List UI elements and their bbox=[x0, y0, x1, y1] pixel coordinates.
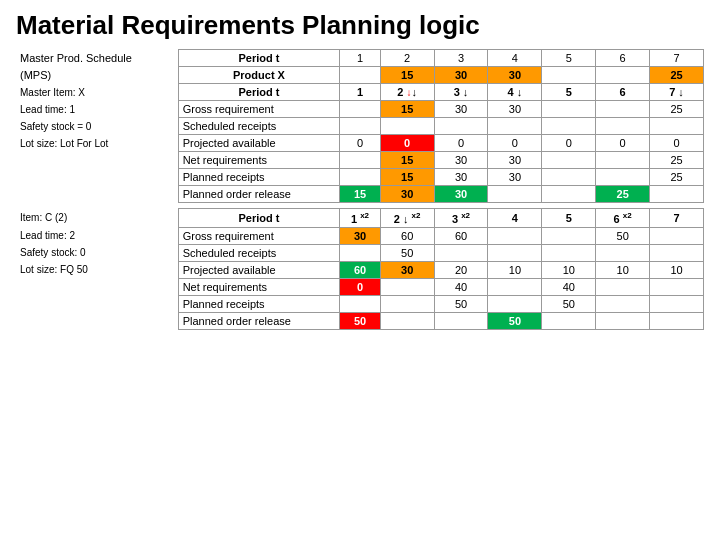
sr2 bbox=[380, 118, 434, 135]
pa2: 0 bbox=[434, 135, 488, 152]
s2-scheduled-receipts-row: Safety stock: 0 Scheduled receipts 50 bbox=[16, 244, 704, 261]
s2-planned-order-row: Planned order release 50 50 bbox=[16, 312, 704, 329]
s2-net-req-row: Net requirements 0 40 40 bbox=[16, 278, 704, 295]
px6 bbox=[596, 67, 650, 84]
section1-mps-label: Master Prod. Schedule bbox=[16, 50, 178, 67]
scheduled-receipts-label: Scheduled receipts bbox=[178, 118, 340, 135]
pr2: 15 bbox=[380, 169, 434, 186]
period-t-label: Period t bbox=[178, 50, 340, 67]
nr2: 15 bbox=[380, 152, 434, 169]
s2pr1 bbox=[340, 295, 380, 312]
s2po5 bbox=[542, 312, 596, 329]
sr5 bbox=[542, 118, 596, 135]
s2pa1: 30 bbox=[380, 261, 434, 278]
gr4: 30 bbox=[488, 101, 542, 118]
s2-planned-receipts-row: Planned receipts 50 50 bbox=[16, 295, 704, 312]
s2gr4 bbox=[488, 227, 542, 244]
s2p3: 3 x2 bbox=[434, 209, 488, 228]
s2pr3: 50 bbox=[434, 295, 488, 312]
s2-gross-req-label: Gross requirement bbox=[178, 227, 340, 244]
p7: 7 bbox=[650, 50, 704, 67]
section1-header-row: Master Prod. Schedule Period t 1 2 3 4 5… bbox=[16, 50, 704, 67]
s2nr5: 40 bbox=[542, 278, 596, 295]
ip6: 6 bbox=[596, 84, 650, 101]
s2gr5 bbox=[542, 227, 596, 244]
planned-order-row: Planned order release 15 30 30 25 bbox=[16, 186, 704, 203]
safety-stock2-label: Safety stock: 0 bbox=[16, 244, 178, 261]
s2po7 bbox=[650, 312, 704, 329]
s2pr6 bbox=[596, 295, 650, 312]
ip4: 4 ↓ bbox=[488, 84, 542, 101]
s2nr3: 40 bbox=[434, 278, 488, 295]
nr5 bbox=[542, 152, 596, 169]
po7 bbox=[650, 186, 704, 203]
pa1: 0 bbox=[380, 135, 434, 152]
p3: 3 bbox=[434, 50, 488, 67]
s2po2 bbox=[380, 312, 434, 329]
nr6 bbox=[596, 152, 650, 169]
px2: 15 bbox=[380, 67, 434, 84]
s2pr2 bbox=[380, 295, 434, 312]
s2sr4 bbox=[488, 244, 542, 261]
master-item-label: Master Item: X bbox=[16, 84, 178, 101]
s2po1: 50 bbox=[340, 312, 380, 329]
s2pa2: 20 bbox=[434, 261, 488, 278]
section1-mps-label2: (MPS) bbox=[16, 67, 178, 84]
s2sr5 bbox=[542, 244, 596, 261]
s2pa5: 10 bbox=[596, 261, 650, 278]
p1: 1 bbox=[340, 50, 380, 67]
s2-planned-order-label: Planned order release bbox=[178, 312, 340, 329]
blank1 bbox=[16, 152, 178, 169]
ip1: 1 bbox=[340, 84, 380, 101]
pr5 bbox=[542, 169, 596, 186]
product-x-label: Product X bbox=[178, 67, 340, 84]
blank4 bbox=[16, 278, 178, 295]
s2nr6 bbox=[596, 278, 650, 295]
sr6 bbox=[596, 118, 650, 135]
pa4: 0 bbox=[542, 135, 596, 152]
px5 bbox=[542, 67, 596, 84]
planned-receipts-label: Planned receipts bbox=[178, 169, 340, 186]
pa3: 0 bbox=[488, 135, 542, 152]
s2pa4: 10 bbox=[542, 261, 596, 278]
s2-planned-receipts-label: Planned receipts bbox=[178, 295, 340, 312]
lead-time2-label: Lead time: 2 bbox=[16, 227, 178, 244]
projected-avail-label: Projected available bbox=[178, 135, 340, 152]
lot-size-label: Lot size: Lot For Lot bbox=[16, 135, 178, 152]
planned-order-label: Planned order release bbox=[178, 186, 340, 203]
nr4: 30 bbox=[488, 152, 542, 169]
p5: 5 bbox=[542, 50, 596, 67]
s2sr2: 50 bbox=[380, 244, 434, 261]
s2sr7 bbox=[650, 244, 704, 261]
po2: 30 bbox=[380, 186, 434, 203]
s2pr5: 50 bbox=[542, 295, 596, 312]
blank5 bbox=[16, 295, 178, 312]
s2sr1 bbox=[340, 244, 380, 261]
blank6 bbox=[16, 312, 178, 329]
s2nr7 bbox=[650, 278, 704, 295]
sr4 bbox=[488, 118, 542, 135]
s2pr4 bbox=[488, 295, 542, 312]
gr3: 30 bbox=[434, 101, 488, 118]
gr6 bbox=[596, 101, 650, 118]
s2gr3: 60 bbox=[434, 227, 488, 244]
px7: 25 bbox=[650, 67, 704, 84]
s2-net-req-label: Net requirements bbox=[178, 278, 340, 295]
px4: 30 bbox=[488, 67, 542, 84]
s2nr1: 0 bbox=[340, 278, 380, 295]
s2-gross-req-row: Lead time: 2 Gross requirement 30 60 60 … bbox=[16, 227, 704, 244]
pa6: 0 bbox=[650, 135, 704, 152]
section1-item-header: Master Item: X Period t 1 2 ↓ 3 ↓ 4 ↓ 5 … bbox=[16, 84, 704, 101]
s2po3 bbox=[434, 312, 488, 329]
pa0: 0 bbox=[340, 135, 380, 152]
ip5: 5 bbox=[542, 84, 596, 101]
s2sr3 bbox=[434, 244, 488, 261]
p2: 2 bbox=[380, 50, 434, 67]
planned-receipts-row: Planned receipts 15 30 30 25 bbox=[16, 169, 704, 186]
px1 bbox=[340, 67, 380, 84]
scheduled-receipts-row: Safety stock = 0 Scheduled receipts bbox=[16, 118, 704, 135]
s2-scheduled-label: Scheduled receipts bbox=[178, 244, 340, 261]
s2gr6: 50 bbox=[596, 227, 650, 244]
gr5 bbox=[542, 101, 596, 118]
ip2: 2 ↓ bbox=[380, 84, 434, 101]
